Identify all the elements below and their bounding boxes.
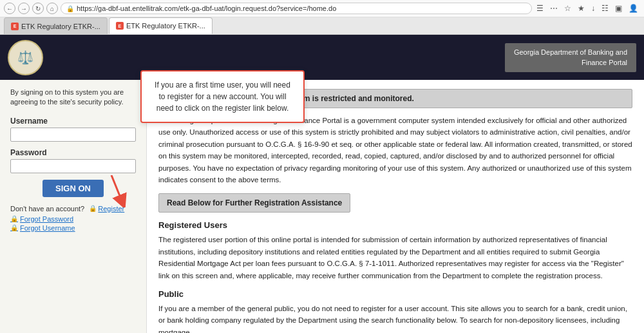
download-icon[interactable]: ↓: [589, 3, 597, 14]
security-body-text: The Georgia Department of Banking and Fi…: [158, 115, 632, 186]
tabs-bar: E ETK Regulatory ETKR-... E ETK Regulato…: [0, 17, 644, 34]
header-logo: ⚖️: [8, 40, 43, 75]
reload-button[interactable]: ↻: [32, 3, 44, 14]
bookmark-icon[interactable]: ☆: [562, 3, 573, 14]
extensions-icon[interactable]: ▣: [613, 3, 624, 14]
login-panel: By signing on to this system you are agr…: [0, 80, 147, 333]
forgot-username-link[interactable]: 🔒 Forgot Username: [10, 224, 136, 232]
main-content: By signing on to this system you are agr…: [0, 80, 644, 333]
logo-image: ⚖️: [17, 50, 33, 65]
signin-button[interactable]: SIGN ON: [43, 180, 104, 197]
password-label: Password: [10, 148, 136, 157]
lock-small-icon: 🔒: [89, 205, 97, 212]
browser-icons: ☰ ⋯ ☆ ★ ↓ ☷ ▣ 👤: [535, 3, 640, 14]
url-text: https://ga-dbf-uat.entellitrak.com/etk-g…: [77, 5, 526, 12]
tooltip-popup: If you are a first time user, you will n…: [140, 70, 305, 123]
red-arrow-indicator: [108, 175, 128, 209]
portal-title: Georgia Department of Banking and Financ…: [505, 43, 636, 72]
home-button[interactable]: ⌂: [46, 3, 58, 14]
tab1-label: ETK Regulatory ETKR-...: [21, 23, 100, 30]
tablet-icon[interactable]: ☰: [535, 3, 545, 14]
lock-icon-username: 🔒: [10, 224, 18, 231]
bookmark-starred[interactable]: ★: [576, 3, 587, 14]
portal-title-line2: Finance Portal: [582, 59, 627, 66]
no-account-text: Don't have an account?: [10, 205, 84, 213]
library-icon[interactable]: ☷: [600, 3, 611, 14]
user-icon[interactable]: 👤: [627, 3, 640, 14]
forgot-password-link[interactable]: 🔒 Forgot Password: [10, 215, 136, 223]
tooltip-text: If you are a first time user, you will n…: [155, 81, 290, 113]
portal-title-line1: Georgia Department of Banking and: [514, 48, 627, 56]
tab-2[interactable]: E ETK Regulatory ETKR-...: [109, 17, 213, 34]
registered-users-heading: Registered Users: [158, 220, 632, 230]
tab2-favicon: E: [116, 22, 124, 30]
svg-line-1: [111, 175, 122, 202]
address-bar[interactable]: 🔒 https://ga-dbf-uat.entellitrak.com/etk…: [61, 3, 532, 14]
tab2-label: ETK Regulatory ETKR-...: [126, 22, 205, 30]
registered-users-text: The registered user portion of this onli…: [158, 234, 632, 281]
browser-chrome: ← → ↻ ⌂ 🔒 https://ga-dbf-uat.entellitrak…: [0, 0, 644, 35]
public-text: If you are a member of the general publi…: [158, 303, 632, 333]
lock-icon-forgot: 🔒: [10, 215, 18, 222]
lock-icon: 🔒: [66, 5, 74, 12]
username-label: Username: [10, 117, 136, 126]
login-notice: By signing on to this system you are agr…: [10, 88, 136, 108]
tab-1[interactable]: E ETK Regulatory ETKR-...: [4, 17, 108, 34]
browser-toolbar: ← → ↻ ⌂ 🔒 https://ga-dbf-uat.entellitrak…: [0, 0, 644, 17]
public-heading: Public: [158, 289, 632, 299]
forward-button[interactable]: →: [18, 3, 30, 14]
registration-assistance-button[interactable]: Read Below for Further Registration Assi…: [158, 193, 350, 213]
app-header: ⚖️ Georgia Department of Banking and Fin…: [0, 35, 644, 80]
password-input[interactable]: [10, 159, 136, 173]
username-input[interactable]: [10, 128, 136, 142]
more-icon[interactable]: ⋯: [548, 3, 560, 14]
back-button[interactable]: ←: [4, 3, 15, 14]
tab1-favicon: E: [11, 23, 19, 30]
